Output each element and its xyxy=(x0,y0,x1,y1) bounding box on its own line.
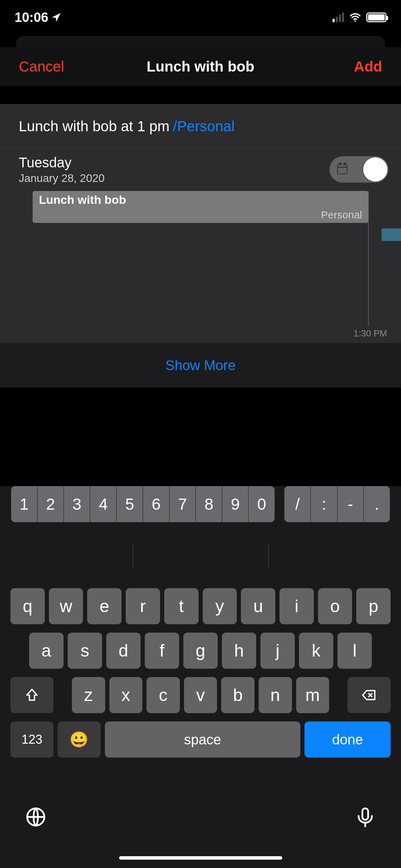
numeric-key[interactable]: 123 xyxy=(10,721,53,758)
key-g[interactable]: g xyxy=(183,633,218,669)
number-shortcut-bar: 1 2 3 4 5 6 7 8 9 0 xyxy=(11,486,275,522)
globe-icon[interactable] xyxy=(24,806,47,828)
shift-key[interactable] xyxy=(10,677,53,713)
calendar-icon xyxy=(337,164,348,174)
backspace-key[interactable] xyxy=(348,677,391,713)
num-key-1[interactable]: 1 xyxy=(11,486,37,522)
key-o[interactable]: o xyxy=(318,588,352,624)
key-h[interactable]: h xyxy=(222,633,256,669)
microphone-icon[interactable] xyxy=(354,806,377,828)
key-x[interactable]: x xyxy=(109,677,143,713)
num-key-5[interactable]: 5 xyxy=(117,486,143,522)
svg-point-0 xyxy=(354,20,356,22)
num-key-6[interactable]: 6 xyxy=(143,486,169,522)
done-key[interactable]: done xyxy=(304,721,391,758)
key-z[interactable]: z xyxy=(72,677,105,713)
modal-header: Cancel Lunch with bob Add xyxy=(0,47,401,86)
keyboard: q w e r t y u i o p a s d f g h j k l xyxy=(0,588,401,766)
num-key-3[interactable]: 3 xyxy=(64,486,90,522)
event-input-tag: /Personal xyxy=(173,118,234,135)
battery-icon xyxy=(366,12,386,22)
key-j[interactable]: j xyxy=(260,633,295,669)
toggle-knob xyxy=(363,157,387,182)
day-of-week: Tuesday xyxy=(19,155,105,170)
spacer xyxy=(333,677,343,713)
status-bar: 10:06 xyxy=(0,0,401,35)
status-right xyxy=(333,11,386,24)
keyboard-row-4: 123 😀 space done xyxy=(10,721,391,758)
key-p[interactable]: p xyxy=(356,588,391,624)
keyboard-zone: 1 2 3 4 5 6 7 8 9 0 / : - . xyxy=(0,486,401,868)
event-input-text: Lunch with bob at 1 pm xyxy=(19,118,169,135)
key-a[interactable]: a xyxy=(29,633,64,669)
key-e[interactable]: e xyxy=(87,588,122,624)
key-f[interactable]: f xyxy=(145,633,179,669)
num-key-9[interactable]: 9 xyxy=(222,486,249,522)
calendar-view-toggle[interactable] xyxy=(329,156,389,183)
separator xyxy=(133,543,133,567)
sym-key-dot[interactable]: . xyxy=(364,486,390,522)
key-d[interactable]: d xyxy=(106,633,141,669)
key-v[interactable]: v xyxy=(184,677,217,713)
event-block[interactable]: Lunch with bob Personal xyxy=(33,191,368,223)
key-w[interactable]: w xyxy=(49,588,83,624)
event-title: Lunch with bob xyxy=(39,193,362,207)
emoji-key[interactable]: 😀 xyxy=(58,721,101,758)
key-r[interactable]: r xyxy=(126,588,160,624)
keyboard-row-1: q w e r t y u i o p xyxy=(10,588,391,624)
key-c[interactable]: c xyxy=(147,677,180,713)
key-s[interactable]: s xyxy=(68,633,102,669)
schedule-preview: Tuesday January 28, 2020 Lunch with bob … xyxy=(0,149,401,343)
num-key-2[interactable]: 2 xyxy=(37,486,64,522)
time-axis-label: 1:30 PM xyxy=(353,328,387,339)
location-arrow-icon xyxy=(51,12,61,23)
cellular-signal-icon xyxy=(333,12,344,22)
backspace-icon xyxy=(361,687,377,703)
home-indicator[interactable] xyxy=(119,856,282,860)
keyboard-row-2: a s d f g h j k l xyxy=(10,633,391,669)
spacer xyxy=(58,677,68,713)
cancel-button[interactable]: Cancel xyxy=(19,58,64,75)
shift-icon xyxy=(24,687,40,703)
key-y[interactable]: y xyxy=(203,588,237,624)
screen-root: 10:06 Cancel Lunch with bob Add Lunch wi… xyxy=(0,0,401,868)
quicktype-accessory-row: 1 2 3 4 5 6 7 8 9 0 / : - . xyxy=(0,486,401,522)
space-key[interactable]: space xyxy=(105,721,300,758)
wifi-icon xyxy=(349,11,361,24)
num-key-0[interactable]: 0 xyxy=(249,486,275,522)
date-header: Tuesday January 28, 2020 xyxy=(19,155,105,185)
separator xyxy=(268,543,269,567)
sym-key-slash[interactable]: / xyxy=(284,486,311,522)
key-u[interactable]: u xyxy=(241,588,275,624)
key-t[interactable]: t xyxy=(164,588,199,624)
suggestion-separators xyxy=(0,543,401,567)
keyboard-row-3: z x c v b n m xyxy=(10,677,391,713)
num-key-8[interactable]: 8 xyxy=(196,486,222,522)
svg-rect-2 xyxy=(362,808,368,820)
time-grid: Lunch with bob Personal 1:30 PM xyxy=(0,191,401,343)
sym-key-dash[interactable]: - xyxy=(337,486,364,522)
status-time: 10:06 xyxy=(15,10,48,25)
time-highlight xyxy=(382,228,401,241)
event-input-row[interactable]: Lunch with bob at 1 pm /Personal xyxy=(0,104,401,149)
key-m[interactable]: m xyxy=(296,677,329,713)
key-b[interactable]: b xyxy=(221,677,254,713)
show-more-button[interactable]: Show More xyxy=(0,343,401,387)
key-k[interactable]: k xyxy=(299,633,333,669)
key-n[interactable]: n xyxy=(259,677,292,713)
num-key-7[interactable]: 7 xyxy=(169,486,196,522)
add-button[interactable]: Add xyxy=(354,58,382,75)
event-calendar: Personal xyxy=(321,209,362,221)
num-key-4[interactable]: 4 xyxy=(90,486,117,522)
full-date: January 28, 2020 xyxy=(19,172,105,185)
modal-title: Lunch with bob xyxy=(81,58,320,75)
symbol-shortcut-bar: / : - . xyxy=(284,486,390,522)
sym-key-colon[interactable]: : xyxy=(311,486,337,522)
key-q[interactable]: q xyxy=(10,588,45,624)
key-l[interactable]: l xyxy=(337,633,372,669)
key-i[interactable]: i xyxy=(279,588,314,624)
status-time-group: 10:06 xyxy=(15,10,61,25)
